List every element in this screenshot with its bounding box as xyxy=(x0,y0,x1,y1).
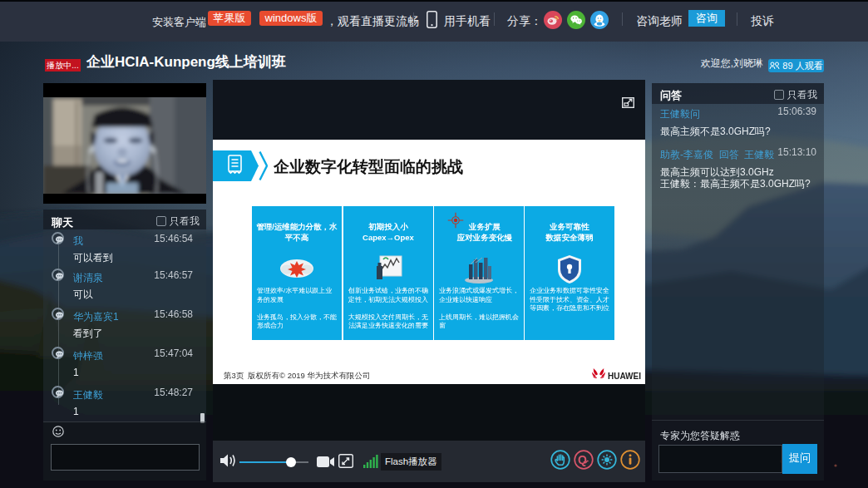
svg-text:Q: Q xyxy=(578,453,587,466)
